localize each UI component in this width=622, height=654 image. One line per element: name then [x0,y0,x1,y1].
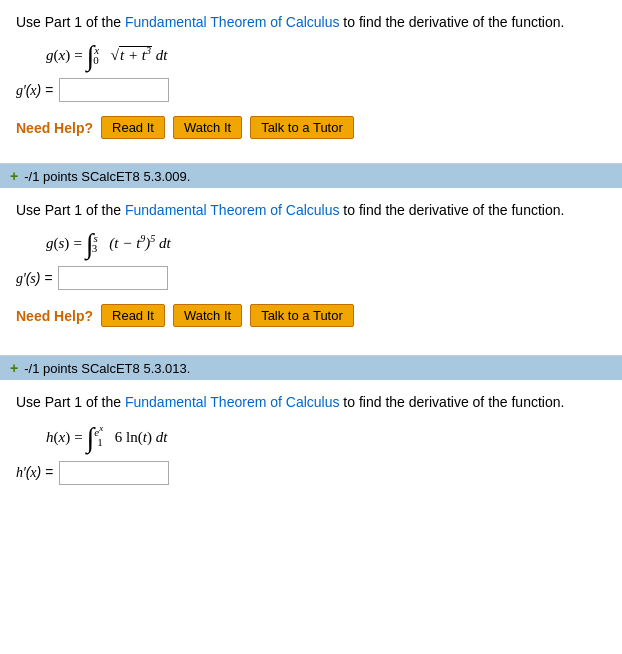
math-expression-0: g(x) = ∫x0 √t + t3 dt [46,43,606,68]
answer-input-1[interactable] [58,266,168,290]
talk-to-tutor-button-0[interactable]: Talk to a Tutor [250,116,354,139]
need-help-row-1: Need Help? Read It Watch It Talk to a Tu… [16,304,606,327]
header-text-1: -/1 points SCalcET8 5.3.009. [24,169,190,184]
answer-row-1: g′(s) = [16,266,606,290]
ftc-link-1[interactable]: Fundamental Theorem of Calculus [125,202,340,218]
ftc-link-2[interactable]: Fundamental Theorem of Calculus [125,394,340,410]
answer-row-0: g′(x) = [16,78,606,102]
section-header-2: + -/1 points SCalcET8 5.3.013. [0,356,622,380]
section-body-2: Use Part 1 of the Fundamental Theorem of… [0,380,622,518]
section-body-1: Use Part 1 of the Fundamental Theorem of… [0,188,622,347]
math-expression-2: h(x) = ∫ex1 6 ln(t) dt [46,423,606,450]
need-help-label-1: Need Help? [16,308,93,324]
answer-label-0: g′(x) = [16,82,53,99]
read-it-button-1[interactable]: Read It [101,304,165,327]
read-it-button-0[interactable]: Read It [101,116,165,139]
answer-label-2: h′(x) = [16,464,53,481]
answer-label-1: g′(s) = [16,270,52,287]
talk-to-tutor-button-1[interactable]: Talk to a Tutor [250,304,354,327]
answer-row-2: h′(x) = [16,461,606,485]
header-text-2: -/1 points SCalcET8 5.3.013. [24,361,190,376]
watch-it-button-1[interactable]: Watch It [173,304,242,327]
problem-text-0: Use Part 1 of the Fundamental Theorem of… [16,12,606,33]
answer-input-0[interactable] [59,78,169,102]
ftc-link-0[interactable]: Fundamental Theorem of Calculus [125,14,340,30]
plus-icon-2: + [10,360,18,376]
watch-it-button-0[interactable]: Watch It [173,116,242,139]
problem-section-2: + -/1 points SCalcET8 5.3.013. Use Part … [0,355,622,518]
section-header-1: + -/1 points SCalcET8 5.3.009. [0,164,622,188]
problem-text-2: Use Part 1 of the Fundamental Theorem of… [16,392,606,413]
need-help-row-0: Need Help? Read It Watch It Talk to a Tu… [16,116,606,139]
answer-input-2[interactable] [59,461,169,485]
math-expression-1: g(s) = ∫s3 (t − t9)5 dt [46,231,606,256]
plus-icon-1: + [10,168,18,184]
problem-section-0: Use Part 1 of the Fundamental Theorem of… [0,0,622,155]
problem-text-1: Use Part 1 of the Fundamental Theorem of… [16,200,606,221]
problem-section-1: + -/1 points SCalcET8 5.3.009. Use Part … [0,163,622,347]
need-help-label-0: Need Help? [16,120,93,136]
